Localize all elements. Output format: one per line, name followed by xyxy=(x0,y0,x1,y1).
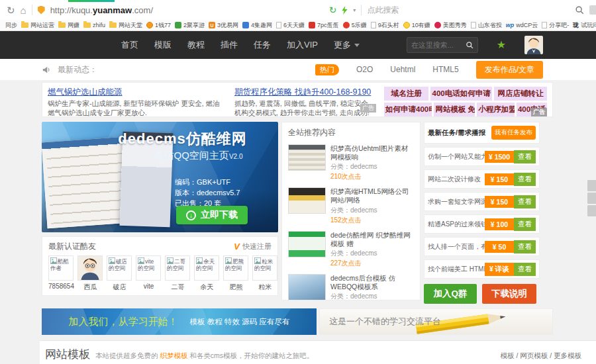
task-row[interactable]: 精通ASP的过来领钱，修 ¥ 100 查看 xyxy=(424,214,540,234)
recommend-item[interactable]: dedecms后台模板 仿WEBQQ模板系 分类：dedecms 84次点击 xyxy=(288,274,414,300)
nav-plugins[interactable]: 插件 xyxy=(221,39,238,51)
ad-title-link[interactable]: 期货程序化策略 找趋升400-168-9190 xyxy=(234,87,376,98)
download-now-button[interactable]: ↓ 立即下载 xyxy=(176,206,248,224)
nav-tasks[interactable]: 任务 xyxy=(254,39,271,51)
floating-sidebar-button[interactable] xyxy=(587,193,596,204)
tasks-title: 最新任务/需求播报 xyxy=(428,128,485,138)
bookmark-item[interactable]: 网赚 xyxy=(58,21,79,30)
platform-banner[interactable]: 这是一个不错的学习交流平台 xyxy=(319,308,553,335)
sync-refresh-icon[interactable]: ↻ xyxy=(329,5,337,15)
nav-home[interactable]: 首页 xyxy=(121,39,138,51)
recommend-item[interactable]: 织梦高端HTML5网络公司网站/网络 分类：dedecms 152次点击 xyxy=(288,187,414,224)
join-qq-group-button[interactable]: 加入Q群 xyxy=(424,284,477,304)
announce-link-o2o[interactable]: O2O xyxy=(356,65,373,74)
bookmark-item[interactable]: U3优易网 xyxy=(209,21,238,30)
ad-link-box[interactable]: 如何申请400电话 xyxy=(384,103,432,116)
text-ad[interactable]: 期货程序化策略 找趋升400-168-9190 抓趋势, 避震荡, 回撤低, 曲… xyxy=(234,87,376,113)
task-price: ¥ 1500 xyxy=(485,151,514,163)
friend-item[interactable]: 粒米的空间 粒米 xyxy=(252,255,278,292)
friend-item[interactable]: 西瓜 xyxy=(77,255,103,292)
bookmark-item[interactable]: 分享吧- xyxy=(542,21,569,30)
announce-link-uehtml[interactable]: Uehtml xyxy=(390,65,415,74)
view-button[interactable]: 查看 xyxy=(514,218,536,231)
ad-link-box[interactable]: 400电话如何申请 xyxy=(430,87,492,101)
bookmark-item[interactable]: 山东省投 xyxy=(471,21,502,30)
floating-sidebar-button[interactable] xyxy=(587,180,596,191)
bookmark-item[interactable]: 1钱77 xyxy=(146,21,171,30)
nav-more[interactable]: 更多 xyxy=(334,39,360,51)
bookmark-item[interactable]: 同步 xyxy=(5,21,17,30)
user-avatar[interactable] xyxy=(524,36,543,54)
floating-sidebar-button[interactable] xyxy=(587,205,596,216)
bookmark-item[interactable]: 10有赚 xyxy=(403,21,430,30)
search-icon[interactable] xyxy=(575,5,584,15)
announce-link-html5[interactable]: HTML5 xyxy=(432,65,458,74)
nav-vip[interactable]: 加入VIP xyxy=(287,39,318,51)
hero-banner[interactable]: dedecms仿酷维网 高仿QQ空间主页V2.0 编码：GBK+UTF 版本：d… xyxy=(42,122,278,232)
favorite-star-icon[interactable]: ★ xyxy=(497,40,506,50)
task-row[interactable]: 仿制一个网站又能力的联 ¥ 1500 查看 xyxy=(424,147,540,166)
refresh-icon[interactable]: ↻ xyxy=(7,5,15,15)
url-text[interactable]: http://kuqu.yuanmaw.com/ xyxy=(50,5,153,15)
text-ad[interactable]: 燃气锅炉选山成能源 锅炉生产专家-山成能源, 新型节能环保锅炉 更安全, 燃油燃… xyxy=(48,87,226,113)
ad-link-box[interactable]: 网店店铺转让 xyxy=(494,87,547,101)
chevron-down-icon[interactable]: ▾ xyxy=(353,7,356,13)
bookmark-item[interactable]: 2聚享游 xyxy=(175,21,205,30)
bookmark-item[interactable]: 网站天堂 xyxy=(109,21,142,30)
friend-item[interactable]: 酷酷作者 7858654 xyxy=(48,255,74,292)
folder-icon xyxy=(21,23,28,28)
nav-templates[interactable]: 模版 xyxy=(154,39,172,51)
view-button[interactable]: 查看 xyxy=(514,195,536,208)
download-icon: ↓ xyxy=(186,210,196,220)
recommend-item[interactable]: dede仿酷维网 织梦酷维网模板 赠 分类：dedecms 227次点击 xyxy=(288,231,414,268)
friend-item[interactable]: 二哥的空间 二哥 xyxy=(165,255,191,292)
search-icon[interactable] xyxy=(466,41,473,49)
site-search-input[interactable] xyxy=(411,41,463,49)
friend-item[interactable]: 肥熊的空间 肥熊 xyxy=(223,255,249,292)
quick-register-link[interactable]: V 快速注册 xyxy=(234,242,272,251)
view-button[interactable]: 查看 xyxy=(514,263,536,276)
bookmark-item[interactable]: 9石头村 xyxy=(371,21,399,30)
home-icon[interactable]: ⌂ xyxy=(21,5,26,15)
task-row[interactable]: 网站二次设计修改 ：织 ¥ 150 查看 xyxy=(424,169,540,189)
bookmark-item[interactable]: 4集趣网 xyxy=(242,21,272,30)
recommend-item[interactable]: 织梦高仿Uehtml图片素材网模板响 分类：dedecms 210次点击 xyxy=(288,144,414,181)
site-shield-icon[interactable] xyxy=(38,6,45,15)
nav-tutorials[interactable]: 教程 xyxy=(187,39,205,51)
lightning-icon[interactable] xyxy=(342,6,348,15)
bookmark-item[interactable]: 5乐赚 xyxy=(343,21,367,30)
bookmark-item[interactable]: wpwdCP云 xyxy=(506,21,538,30)
bookmark-item[interactable]: 珑试玩问题 xyxy=(573,21,596,30)
ad-link-box[interactable]: 域名注册 xyxy=(384,87,428,101)
friend-item[interactable]: 余天的空间 余天 xyxy=(194,255,220,292)
post-task-button[interactable]: 我有任务发布 xyxy=(491,126,536,140)
view-button[interactable]: 查看 xyxy=(514,240,536,253)
friend-item[interactable]: vite的空间 vite xyxy=(136,255,162,292)
omnibox-search-hint[interactable]: 点此搜索 xyxy=(367,5,399,16)
task-row[interactable]: 找个前端美工 HTML DIV ¥ 详谈 查看 xyxy=(424,259,540,279)
coin-icon xyxy=(146,22,153,28)
task-row[interactable]: 找人排一个页面，有图有 ¥ 50 查看 xyxy=(424,237,540,256)
footer-links[interactable]: 模板 / 网页模板 / 更多模板 xyxy=(500,351,581,361)
bookmark-item[interactable]: 6天天赚 xyxy=(276,21,305,30)
ad-title-link[interactable]: 燃气锅炉选山成能源 xyxy=(48,87,226,98)
friends-title: 最新认证酷友 xyxy=(48,241,96,252)
publish-article-button[interactable]: 发布作品/文章 xyxy=(476,61,543,79)
view-button[interactable]: 查看 xyxy=(514,173,536,186)
view-button[interactable]: 查看 xyxy=(514,150,536,163)
bookmark-item[interactable]: 7pc蛋蛋 xyxy=(309,21,339,30)
ad-link-box[interactable]: 小程序加盟 xyxy=(477,103,515,116)
bookmark-item[interactable]: zhifu xyxy=(83,22,105,28)
toolbar-icon[interactable] xyxy=(589,5,596,15)
task-row[interactable]: 求购一套短文学网源码模 ¥ 150 查看 xyxy=(424,192,540,211)
ad-link-box[interactable]: 网站模板 免费 xyxy=(434,103,475,116)
friend-item[interactable]: 破店的空间 破店 xyxy=(107,255,132,292)
ad-link-box[interactable]: 400电话广告 xyxy=(517,103,547,116)
dedecms-templates-link[interactable]: 织梦模板 xyxy=(160,351,187,359)
site-search-box[interactable] xyxy=(407,37,478,53)
bookmark-item[interactable]: 网站运营 xyxy=(21,21,54,30)
download-info-button[interactable]: 下载说明 xyxy=(482,284,536,304)
bookmark-item[interactable]: 美图秀秀 xyxy=(434,21,467,30)
join-us-banner[interactable]: 加入我们，从学习开始！ 模板 教程 特效 源码 应有尽有 xyxy=(42,308,317,335)
orange-square-icon: U xyxy=(209,22,215,28)
